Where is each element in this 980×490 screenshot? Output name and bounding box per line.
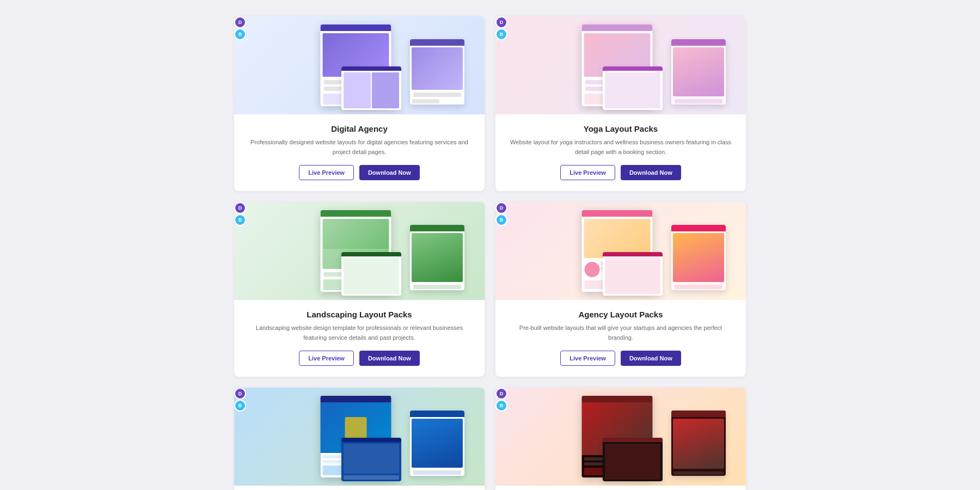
screenshot-bottom-brewery	[603, 438, 663, 481]
badge-beaver-brewery: B	[495, 400, 507, 412]
card-image-agency: D B	[495, 202, 746, 300]
card-body-agency: Agency Layout Packs Pre-built website la…	[495, 300, 746, 377]
screenshot-right-landscaping	[410, 225, 464, 290]
screenshot-right-yoga	[671, 39, 726, 105]
card-desc-yoga: Website layout for yoga instructors and …	[506, 138, 735, 157]
screenshot-right-handyman	[410, 411, 464, 476]
screenshot-bottom-yoga	[603, 66, 663, 110]
screenshot-bottom-landscaping	[341, 252, 401, 296]
preview-button-yoga[interactable]: Live Preview	[560, 165, 615, 180]
card-actions-landscaping: Live Preview Download Now	[245, 351, 474, 366]
card-title-landscaping: Landscaping Layout Packs	[245, 310, 474, 319]
card-image-handyman: D B	[234, 388, 485, 486]
screenshot-bottom-agency	[603, 252, 663, 296]
card-brewery: D B	[495, 388, 746, 490]
card-agency: D B	[495, 202, 746, 377]
download-button-yoga[interactable]: Download Now	[621, 165, 681, 180]
card-title-yoga: Yoga Layout Packs	[506, 124, 735, 133]
card-body-landscaping: Landscaping Layout Packs Landscaping web…	[234, 300, 485, 377]
badge-beaver-handyman: B	[234, 400, 246, 412]
badge-divi-landscaping: D	[234, 202, 246, 214]
card-yoga: D B	[495, 16, 746, 191]
screenshot-bottom-handyman	[341, 438, 401, 481]
card-actions-agency: Live Preview Download Now	[506, 351, 735, 366]
card-image-brewery: D B	[495, 388, 746, 486]
badge-divi-brewery: D	[495, 388, 507, 400]
badge-divi-handyman: D	[234, 388, 246, 400]
preview-button-agency[interactable]: Live Preview	[560, 351, 615, 366]
badge-beaver-landscaping: B	[234, 214, 246, 226]
card-image-yoga: D B	[495, 16, 746, 114]
badge-divi-agency: D	[495, 202, 507, 214]
card-handyman: D B	[234, 388, 485, 490]
card-title-agency: Agency Layout Packs	[506, 310, 735, 319]
card-image-landscaping: D B	[234, 202, 485, 300]
card-body-handyman: Handyman Layout Packs Website layouts fo…	[234, 486, 485, 490]
preview-button-digital[interactable]: Live Preview	[299, 165, 354, 180]
card-desc-digital: Professionally designed website layouts …	[245, 138, 474, 157]
card-body-digital: Digital Agency Professionally designed w…	[234, 114, 485, 191]
card-image-digital: D B	[234, 16, 485, 114]
card-desc-landscaping: Landscaping website design template for …	[245, 323, 474, 343]
card-desc-agency: Pre-built website layouts that will give…	[506, 323, 735, 343]
badge-divi: D	[234, 16, 246, 28]
badge-beaver-agency: B	[495, 214, 507, 226]
screenshot-right	[410, 39, 464, 105]
badge-divi-yoga: D	[495, 16, 507, 28]
card-landscaping: D B	[234, 202, 485, 377]
card-actions-digital: Live Preview Download Now	[245, 165, 474, 180]
preview-button-landscaping[interactable]: Live Preview	[299, 351, 354, 366]
card-title-digital: Digital Agency	[245, 124, 474, 133]
screenshot-bottom	[341, 66, 401, 110]
layout-grid: D B	[234, 16, 746, 490]
screenshot-right-brewery	[671, 411, 726, 476]
card-digital-agency: D B	[234, 16, 485, 191]
download-button-landscaping[interactable]: Download Now	[359, 351, 420, 366]
card-body-yoga: Yoga Layout Packs Website layout for yog…	[495, 114, 746, 191]
card-body-brewery: Brewery Layout Packs Website design for …	[495, 486, 746, 490]
badge-beaver-yoga: B	[495, 28, 507, 40]
badge-beaver: B	[234, 28, 246, 40]
download-button-digital[interactable]: Download Now	[359, 165, 420, 180]
download-button-agency[interactable]: Download Now	[621, 351, 681, 366]
screenshot-right-agency	[671, 225, 726, 290]
card-actions-yoga: Live Preview Download Now	[506, 165, 735, 180]
